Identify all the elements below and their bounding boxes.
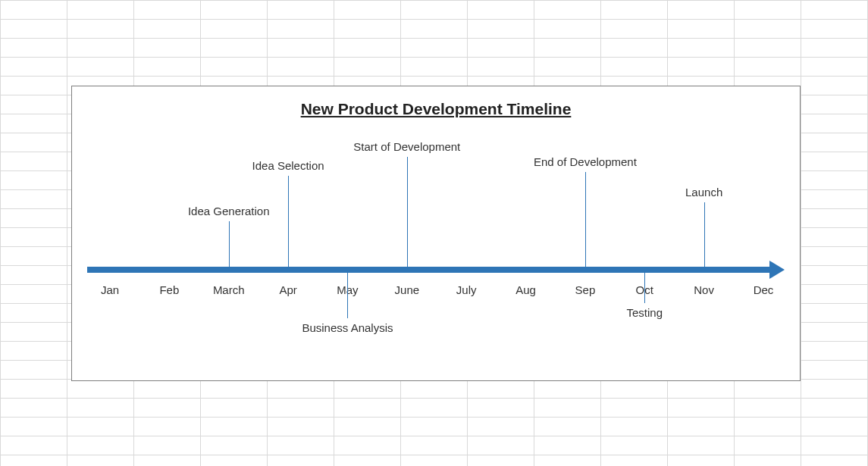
cell[interactable]	[801, 171, 868, 190]
cell[interactable]	[334, 58, 401, 77]
cell[interactable]	[668, 20, 735, 39]
cell[interactable]	[801, 418, 868, 436]
cell[interactable]	[735, 418, 801, 436]
cell[interactable]	[334, 455, 401, 467]
cell[interactable]	[401, 1, 468, 20]
cell[interactable]	[201, 380, 268, 399]
cell[interactable]	[601, 39, 668, 58]
cell[interactable]	[668, 455, 735, 467]
cell[interactable]	[334, 20, 401, 39]
cell[interactable]	[468, 58, 534, 77]
cell[interactable]	[268, 418, 334, 436]
cell[interactable]	[334, 39, 401, 58]
cell[interactable]	[268, 20, 334, 39]
cell[interactable]	[468, 20, 534, 39]
cell[interactable]	[201, 58, 268, 77]
cell[interactable]	[134, 436, 201, 455]
cell[interactable]	[1, 455, 67, 467]
cell[interactable]	[334, 418, 401, 436]
cell[interactable]	[801, 380, 868, 399]
cell[interactable]	[1, 133, 67, 152]
cell[interactable]	[67, 380, 134, 399]
cell[interactable]	[801, 436, 868, 455]
cell[interactable]	[334, 399, 401, 418]
cell[interactable]	[801, 455, 868, 467]
cell[interactable]	[401, 58, 468, 77]
cell[interactable]	[268, 58, 334, 77]
cell[interactable]	[334, 1, 401, 20]
cell[interactable]	[801, 399, 868, 418]
cell[interactable]	[401, 436, 468, 455]
cell[interactable]	[735, 1, 801, 20]
cell[interactable]	[534, 418, 601, 436]
cell[interactable]	[134, 20, 201, 39]
cell[interactable]	[534, 436, 601, 455]
cell[interactable]	[401, 380, 468, 399]
cell[interactable]	[1, 114, 67, 133]
cell[interactable]	[801, 133, 868, 152]
cell[interactable]	[268, 380, 334, 399]
cell[interactable]	[534, 1, 601, 20]
cell[interactable]	[468, 1, 534, 20]
cell[interactable]	[534, 455, 601, 467]
cell[interactable]	[801, 58, 868, 77]
cell[interactable]	[1, 95, 67, 114]
cell[interactable]	[268, 1, 334, 20]
cell[interactable]	[401, 455, 468, 467]
cell[interactable]	[735, 399, 801, 418]
cell[interactable]	[468, 39, 534, 58]
cell[interactable]	[601, 380, 668, 399]
cell[interactable]	[334, 436, 401, 455]
cell[interactable]	[735, 39, 801, 58]
cell[interactable]	[134, 399, 201, 418]
cell[interactable]	[268, 436, 334, 455]
cell[interactable]	[735, 20, 801, 39]
cell[interactable]	[801, 323, 868, 342]
cell[interactable]	[468, 418, 534, 436]
cell[interactable]	[67, 399, 134, 418]
cell[interactable]	[134, 418, 201, 436]
cell[interactable]	[801, 304, 868, 323]
cell[interactable]	[1, 380, 67, 399]
cell[interactable]	[668, 418, 735, 436]
cell[interactable]	[601, 1, 668, 20]
cell[interactable]	[401, 418, 468, 436]
cell[interactable]	[1, 247, 67, 266]
cell[interactable]	[67, 1, 134, 20]
cell[interactable]	[468, 436, 534, 455]
cell[interactable]	[334, 380, 401, 399]
cell[interactable]	[534, 39, 601, 58]
cell[interactable]	[134, 1, 201, 20]
cell[interactable]	[134, 455, 201, 467]
cell[interactable]	[1, 266, 67, 285]
cell[interactable]	[801, 152, 868, 171]
cell[interactable]	[1, 209, 67, 228]
cell[interactable]	[67, 455, 134, 467]
cell[interactable]	[668, 436, 735, 455]
cell[interactable]	[201, 39, 268, 58]
cell[interactable]	[268, 455, 334, 467]
cell[interactable]	[468, 455, 534, 467]
cell[interactable]	[1, 58, 67, 77]
cell[interactable]	[801, 77, 868, 95]
cell[interactable]	[1, 171, 67, 190]
cell[interactable]	[1, 20, 67, 39]
cell[interactable]	[1, 304, 67, 323]
cell[interactable]	[735, 455, 801, 467]
cell[interactable]	[1, 228, 67, 247]
cell[interactable]	[1, 152, 67, 171]
cell[interactable]	[1, 399, 67, 418]
cell[interactable]	[534, 380, 601, 399]
cell[interactable]	[668, 58, 735, 77]
cell[interactable]	[67, 58, 134, 77]
cell[interactable]	[801, 342, 868, 361]
cell[interactable]	[401, 20, 468, 39]
cell[interactable]	[801, 228, 868, 247]
cell[interactable]	[801, 266, 868, 285]
cell[interactable]	[601, 399, 668, 418]
cell[interactable]	[67, 418, 134, 436]
cell[interactable]	[601, 455, 668, 467]
cell[interactable]	[801, 247, 868, 266]
cell[interactable]	[201, 20, 268, 39]
cell[interactable]	[534, 399, 601, 418]
